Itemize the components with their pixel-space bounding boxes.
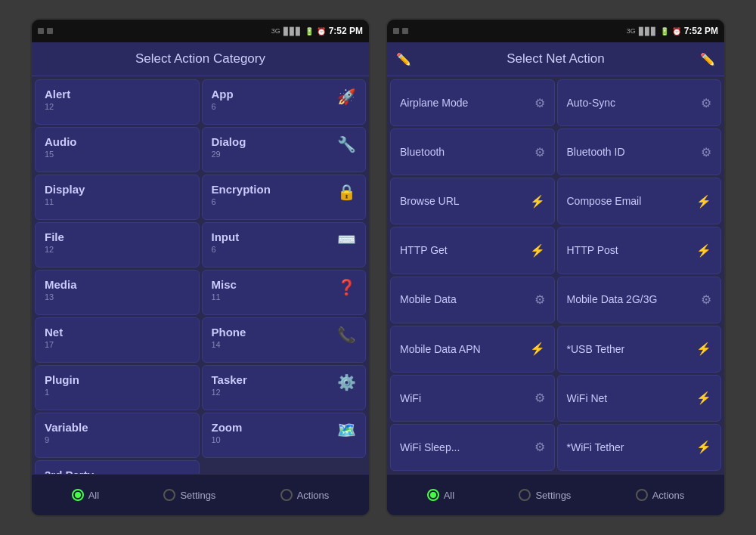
tab-all[interactable]: All (63, 484, 108, 506)
gear-icon: ⚙ (534, 292, 545, 307)
bolt-icon: ⚡ (530, 342, 545, 356)
category-item-zoom[interactable]: Zoom10🗺️ (202, 413, 367, 458)
net-item-name: Mobile Data 2G/3G (567, 292, 699, 306)
category-item-net[interactable]: Net17 (35, 317, 200, 363)
net-item-name: HTTP Get (400, 243, 527, 257)
net-item-bluetooth[interactable]: Bluetooth⚙ (390, 128, 555, 175)
category-item-misc[interactable]: Misc11❓ (202, 270, 367, 315)
tab-settings[interactable]: Settings (154, 484, 225, 506)
category-item-app[interactable]: App6🚀 (202, 79, 367, 125)
header-left-icon: ✏️ (396, 52, 411, 66)
category-item-encryption[interactable]: Encryption6🔒 (202, 175, 367, 220)
net-item-wifi-sleep...[interactable]: WiFi Sleep...⚙ (390, 424, 555, 471)
category-count: 6 (212, 197, 332, 206)
category-item-tasker[interactable]: Tasker12⚙️ (202, 365, 367, 410)
screen-header-1: Select Action Category (32, 42, 369, 76)
category-name: 3rd Party (45, 469, 190, 474)
bolt-icon: ⚡ (696, 440, 711, 454)
net-item-mobile-data-2g-3g[interactable]: Mobile Data 2G/3G⚙ (557, 277, 722, 323)
alarm-icon-2: ⏰ (672, 27, 681, 36)
net-item-name: *WiFi Tether (567, 441, 694, 454)
bolt-icon: ⚡ (696, 194, 711, 209)
time-display-1: 7:52 PM (329, 26, 363, 36)
battery-icon-2: 🔋 (660, 27, 669, 36)
net-item-compose-email[interactable]: Compose Email⚡ (557, 178, 722, 224)
category-count: 12 (45, 245, 190, 254)
category-icon: 🗺️ (337, 421, 356, 439)
category-item-input[interactable]: Input6⌨️ (202, 222, 367, 268)
net-item-name: Mobile Data APN (400, 342, 527, 356)
signal-bars-2: ▊▊▊ (639, 27, 657, 36)
category-item-dialog[interactable]: Dialog29🔧 (202, 127, 367, 172)
net-item-name: WiFi Net (567, 391, 694, 405)
category-item-3rd-party[interactable]: 3rd Party (35, 460, 200, 474)
tab2-actions[interactable]: Actions (627, 484, 694, 506)
tab-radio-settings (163, 489, 175, 501)
category-item-display[interactable]: Display11 (35, 175, 200, 220)
category-name: File (45, 230, 190, 243)
tab2-radio-settings (519, 489, 531, 501)
gear-icon: ⚙ (534, 145, 545, 159)
net-item--usb-tether[interactable]: *USB Tether⚡ (557, 326, 722, 373)
category-item-alert[interactable]: Alert12 (35, 79, 200, 125)
net-item-name: Airplane Mode (400, 96, 531, 110)
category-name: Alert (45, 88, 190, 101)
category-item-media[interactable]: Media13 (35, 270, 200, 315)
category-icon: 📞 (337, 326, 356, 344)
tab2-all[interactable]: All (418, 484, 463, 506)
category-name: App (212, 88, 332, 101)
category-count: 12 (212, 388, 332, 397)
status-right-2: 3G ▊▊▊ 🔋 ⏰ 7:52 PM (627, 26, 718, 36)
status-left-2 (393, 28, 408, 34)
net-item-browse-url[interactable]: Browse URL⚡ (390, 178, 555, 224)
net-item-wifi-net[interactable]: WiFi Net⚡ (557, 375, 722, 422)
category-count: 13 (45, 292, 190, 302)
net-item-http-post[interactable]: HTTP Post⚡ (557, 227, 722, 274)
battery-icon: 🔋 (305, 27, 314, 36)
category-count: 29 (212, 150, 332, 159)
tab2-label-settings: Settings (535, 490, 571, 501)
category-icon: 🔧 (337, 135, 356, 153)
gear-icon: ⚙ (534, 440, 545, 454)
tab2-settings[interactable]: Settings (510, 484, 580, 506)
tab-actions[interactable]: Actions (271, 484, 339, 506)
category-count: 14 (212, 340, 332, 349)
net-item-name: Auto-Sync (567, 96, 699, 110)
phones-container: 3G ▊▊▊ 🔋 ⏰ 7:52 PM Select Action Categor… (15, 3, 741, 532)
net-item-wifi[interactable]: WiFi⚙ (390, 375, 555, 422)
category-name: Phone (212, 326, 332, 339)
net-item-name: Browse URL (400, 194, 527, 208)
category-item-plugin[interactable]: Plugin1 (35, 365, 200, 410)
net-item-mobile-data-apn[interactable]: Mobile Data APN⚡ (390, 326, 555, 373)
category-count: 17 (45, 340, 190, 349)
net-item-bluetooth-id[interactable]: Bluetooth ID⚙ (557, 128, 722, 175)
category-icon: ⚙️ (337, 373, 356, 391)
net-item-name: Mobile Data (400, 292, 531, 306)
net-item-name: Compose Email (567, 194, 694, 208)
status-bar-1: 3G ▊▊▊ 🔋 ⏰ 7:52 PM (32, 20, 369, 42)
tab-label-actions: Actions (297, 490, 330, 501)
net-item--wifi-tether[interactable]: *WiFi Tether⚡ (557, 424, 722, 471)
signal-bars: ▊▊▊ (284, 27, 302, 36)
net-item-http-get[interactable]: HTTP Get⚡ (390, 227, 555, 274)
category-item-phone[interactable]: Phone14📞 (202, 317, 367, 363)
category-name: Variable (45, 421, 190, 434)
category-item-variable[interactable]: Variable9 (35, 413, 200, 458)
status-right-1: 3G ▊▊▊ 🔋 ⏰ 7:52 PM (271, 26, 363, 36)
category-item-audio[interactable]: Audio15 (35, 127, 200, 172)
net-item-airplane-mode[interactable]: Airplane Mode⚙ (390, 79, 555, 126)
category-name: Zoom (212, 421, 332, 434)
category-icon: 🚀 (337, 88, 356, 106)
category-name: Misc (212, 278, 332, 291)
category-item-file[interactable]: File12 (35, 222, 200, 268)
category-count: 6 (212, 102, 332, 111)
screen-title-1: Select Action Category (135, 51, 265, 66)
net-item-mobile-data[interactable]: Mobile Data⚙ (390, 277, 555, 323)
tab-label-settings: Settings (180, 490, 215, 501)
tab2-label-actions: Actions (652, 490, 685, 501)
net-item-auto-sync[interactable]: Auto-Sync⚙ (557, 79, 722, 126)
phone1: 3G ▊▊▊ 🔋 ⏰ 7:52 PM Select Action Categor… (30, 18, 370, 517)
net-item-name: WiFi Sleep... (400, 441, 531, 454)
network-indicator: 3G (271, 27, 280, 35)
tab-radio-all (72, 489, 84, 501)
